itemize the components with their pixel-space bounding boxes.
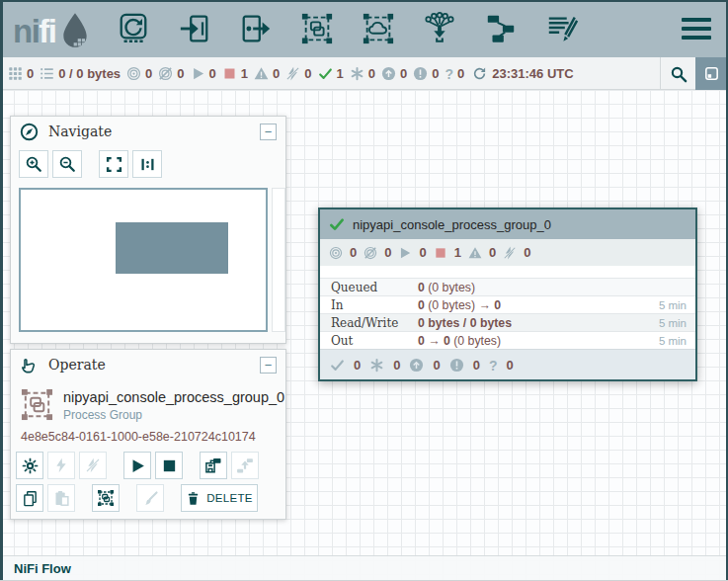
start-version-control-button[interactable] [200,452,227,479]
template-icon[interactable] [483,11,520,47]
process-group-icon[interactable] [299,11,336,47]
selected-component-type: Process Group [63,408,142,422]
compass-icon [20,123,39,141]
stale-icon [381,66,396,81]
selected-component-id: 4e8e5c84-0161-1000-e58e-210724c10174 [21,430,256,444]
stopped-count: 1 [241,66,248,81]
invalid-count: 0 [273,66,280,81]
stop-button[interactable] [155,452,183,479]
stat-sync-failure: ? 0 [445,66,464,81]
stat-value: 0 (0 bytes) [418,281,641,294]
minimap-side-strip [272,188,285,332]
fit-screen-button[interactable] [99,150,128,178]
invalid-icon [468,246,482,260]
spacer [320,266,695,278]
stat-locally-modified-stale: 0 [413,66,439,81]
not-transmitting-count: 0 [177,66,184,81]
operate-buttons-row-1 [16,452,259,479]
disable-button [79,452,107,479]
navigate-panel-header: Navigate − [11,117,285,146]
stat-stale: 0 [381,66,407,81]
create-template-button[interactable] [92,484,120,512]
stat-label: Read/Write [320,316,418,330]
locally-modified-stale-count: 0 [473,358,480,373]
trash-icon [186,491,201,506]
stat-row-out: Out 0 → 0 (0 bytes) 5 min [320,331,695,349]
output-port-icon[interactable] [238,11,275,47]
global-menu-icon[interactable] [682,18,711,41]
stat-window: 5 min [641,299,695,311]
process-group-header: nipyapi_console_process_group_0 [320,209,695,239]
change-version-button [231,452,259,479]
zoom-in-button[interactable] [19,150,48,178]
stat-value: 0 bytes / 0 bytes [418,316,641,330]
stat-label: Out [320,334,418,348]
paste-button [47,484,75,512]
queued-icon [40,66,54,81]
stat-up-to-date: 1 [318,66,344,81]
hand-pointer-icon [20,356,39,374]
configuration-button[interactable] [16,452,43,479]
funnel-icon[interactable] [422,11,458,47]
copy-button[interactable] [16,484,43,512]
running-icon [398,246,412,260]
flow-status-bar: 0 0 / 0 bytes 0 0 [0,57,728,90]
stat-stopped: 1 [222,66,248,81]
disabled-count: 0 [304,66,311,81]
delete-button[interactable]: DELETE [181,484,258,512]
process-group-name: nipyapi_console_process_group_0 [353,217,551,232]
stat-locally-modified: 0 [350,66,375,81]
stat-label: In [320,298,418,312]
transmitting-icon [329,246,343,260]
locally-modified-count: 0 [368,66,375,81]
search-icon [670,65,688,83]
start-button[interactable] [123,452,151,479]
operate-panel: Operate − nipyapi_console_process_group_… [10,349,286,520]
enable-button [47,452,75,479]
stat-value: 0 → 0 (0 bytes) [418,334,641,348]
selected-component-name: nipyapi_console_process_group_0 [63,389,284,405]
stat-active-threads: 0 [8,66,34,81]
disabled-icon [503,246,517,260]
navigate-panel: Navigate − [10,116,286,344]
stat-invalid: 0 [254,66,280,81]
stat-row-in: In 0 (0 bytes) → 0 5 min [320,295,695,313]
new-canvas-panel-button[interactable] [695,57,728,90]
last-refresh-time: 23:31:46 UTC [492,66,573,81]
locally-modified-count: 0 [393,358,400,373]
invalid-count: 0 [489,245,496,260]
breadcrumb-root[interactable]: NiFi Flow [14,561,71,576]
actual-size-button[interactable] [132,150,162,178]
running-count: 0 [419,245,426,260]
transmitting-count: 0 [350,245,357,260]
locally-modified-stale-icon [449,358,464,373]
navigate-collapse-button[interactable]: − [260,124,277,140]
zoom-out-button[interactable] [52,150,82,178]
input-port-icon[interactable] [177,11,213,47]
disabled-icon [285,66,300,81]
stale-count: 0 [433,358,440,373]
operate-collapse-button[interactable]: − [260,357,277,374]
search-button[interactable] [660,57,695,90]
nifi-droplet-icon [58,12,92,49]
stat-transmitting: 0 [126,66,152,81]
remote-process-group-icon[interactable] [361,11,397,47]
process-group-icon [20,387,54,422]
delete-button-label: DELETE [206,492,253,504]
last-refresh: 23:31:46 UTC [472,66,573,81]
stat-disabled: 0 [285,66,311,81]
stale-icon [409,358,424,373]
stopped-count: 1 [454,245,461,260]
logo-text: nifi [13,17,56,46]
label-icon[interactable] [544,11,581,47]
navigate-panel-title: Navigate [48,124,112,139]
up-to-date-count: 0 [354,358,361,373]
stat-window: 5 min [641,317,695,329]
sync-failure-icon: ? [445,66,453,81]
process-group-component[interactable]: nipyapi_console_process_group_0 0 0 0 1 … [318,208,697,381]
locally-modified-stale-count: 0 [432,66,439,81]
invalid-icon [254,66,269,81]
processor-icon[interactable] [116,11,152,47]
stopped-icon [222,66,237,81]
birdseye-minimap[interactable] [19,188,268,332]
